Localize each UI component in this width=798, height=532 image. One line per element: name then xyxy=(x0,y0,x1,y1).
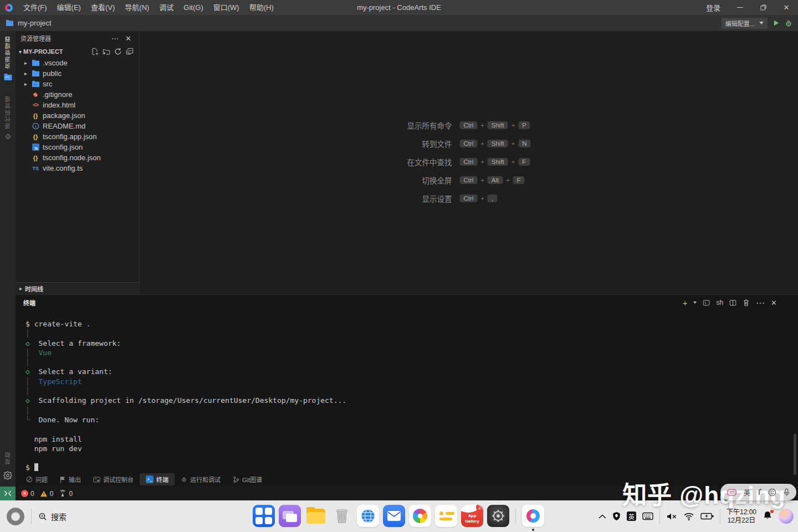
email-app-icon[interactable] xyxy=(383,505,405,527)
close-button[interactable]: ✕ xyxy=(775,0,798,15)
keyboard-icon[interactable] xyxy=(642,512,653,520)
tree-item-tsconfig[interactable]: ts tsconfig.json xyxy=(16,142,139,152)
explorer-folder-icon[interactable] xyxy=(3,73,13,81)
key-chip: P xyxy=(518,121,530,129)
source-control-icon[interactable] xyxy=(4,133,12,140)
more-actions-icon[interactable]: ⋯ xyxy=(756,298,765,308)
file-name: .vscode xyxy=(43,59,68,67)
debug-button[interactable] xyxy=(785,19,792,27)
problems-status[interactable]: ✕ 0 0 xyxy=(21,490,53,498)
sidebar-more-icon[interactable]: ⋯ xyxy=(108,34,122,43)
assistant-avatar[interactable] xyxy=(779,509,794,524)
collapse-all-icon[interactable] xyxy=(126,48,134,55)
ports-status[interactable]: 0 xyxy=(59,490,73,498)
microphone-icon[interactable] xyxy=(784,488,790,497)
key-chip: Shift xyxy=(488,158,508,166)
tree-item-viteconfig[interactable]: TS vite.config.ts xyxy=(16,163,139,173)
battery-charging-icon[interactable] xyxy=(700,513,714,520)
wifi-icon[interactable] xyxy=(683,512,694,521)
appgallery-label: AppGallery xyxy=(465,513,479,527)
tab-run-debug[interactable]: 运行和调试 xyxy=(175,473,227,485)
browser-app-icon[interactable] xyxy=(357,505,379,527)
menu-view[interactable]: 查看(V) xyxy=(86,0,120,15)
trash-app-icon[interactable] xyxy=(331,505,353,527)
editor-area[interactable]: 显示所有命令 Ctrl+ Shift+ P 转到文件 Ctrl+ Shift+ … xyxy=(140,31,798,294)
new-folder-icon[interactable] xyxy=(103,48,110,55)
multitask-app-icon[interactable] xyxy=(279,505,301,527)
refresh-icon[interactable] xyxy=(114,48,122,55)
input-language-icon[interactable]: 英 xyxy=(627,511,636,521)
launcher-button[interactable] xyxy=(7,508,24,525)
menu-git[interactable]: Git(G) xyxy=(178,0,208,15)
info-icon xyxy=(31,122,40,130)
tab-git-graph[interactable]: Git图谱 xyxy=(227,473,268,485)
sidebar-close-icon[interactable]: ✕ xyxy=(122,34,135,43)
ime-language-icon[interactable]: 英 xyxy=(744,488,750,497)
menu-navigate[interactable]: 导航(N) xyxy=(120,0,154,15)
activity-explorer-label[interactable]: 资源管理器 xyxy=(4,35,12,69)
codearts-taskbar-icon[interactable] xyxy=(522,505,544,527)
activity-scm-label[interactable]: 源代码管理 xyxy=(4,95,12,129)
taskbar-left: 搜索 xyxy=(7,500,66,532)
settings-gear-icon[interactable] xyxy=(3,471,12,480)
terminal-scrollbar[interactable] xyxy=(794,434,796,475)
ime-toolbar[interactable]: 英 xyxy=(720,484,796,500)
tree-item-gitignore[interactable]: .gitignore xyxy=(16,89,139,100)
close-panel-icon[interactable]: ✕ xyxy=(771,299,777,307)
taskbar-search[interactable]: 搜索 xyxy=(38,511,66,522)
tree-item-tsconfignode[interactable]: {} tsconfig.node.json xyxy=(16,152,139,163)
restore-button[interactable] xyxy=(751,0,775,15)
menu-help[interactable]: 帮助(H) xyxy=(244,0,279,15)
kill-terminal-icon[interactable] xyxy=(743,299,750,306)
volume-muted-icon[interactable] xyxy=(666,512,677,521)
remote-indicator[interactable] xyxy=(0,487,16,500)
tab-problems[interactable]: 问题 xyxy=(20,473,54,485)
activity-help-label[interactable]: 帮助 xyxy=(4,451,12,464)
notifications-button[interactable] xyxy=(763,510,773,523)
git-icon xyxy=(31,91,40,98)
tab-debug-console[interactable]: 调试控制台 xyxy=(87,473,140,485)
menu-file[interactable]: 文件(F) xyxy=(18,0,52,15)
notes-app-icon[interactable] xyxy=(435,505,457,527)
menu-window[interactable]: 窗口(W) xyxy=(208,0,244,15)
tree-item-readme[interactable]: README.md xyxy=(16,121,139,131)
project-section-row[interactable]: ▾ MY-PROJECT xyxy=(16,45,139,58)
launch-profile-icon[interactable] xyxy=(703,299,710,306)
minimize-button[interactable] xyxy=(728,0,751,15)
new-file-icon[interactable] xyxy=(91,48,99,55)
login-button[interactable]: 登录 xyxy=(698,2,728,13)
menu-debug[interactable]: 调试 xyxy=(154,0,178,15)
tree-item-tsconfigapp[interactable]: {} tsconfig.app.json xyxy=(16,131,139,142)
gallery-app-icon[interactable] xyxy=(409,505,431,527)
terminal-dropdown-icon[interactable] xyxy=(693,301,697,304)
tree-item-public[interactable]: ▸ public xyxy=(16,68,139,79)
tree-item-packagejson[interactable]: {} package.json xyxy=(16,110,139,121)
run-button[interactable] xyxy=(773,19,780,27)
tab-terminal[interactable]: >_ 终端 xyxy=(140,473,175,485)
split-terminal-icon[interactable] xyxy=(729,299,736,306)
plus-sign: + xyxy=(480,158,484,165)
tray-expand-icon[interactable] xyxy=(598,514,606,519)
tree-item-vscode[interactable]: ▸ .vscode xyxy=(16,58,139,68)
files-app-icon[interactable] xyxy=(305,505,327,527)
terminal-output[interactable]: $ create-vite . │ ◇ Select a framework: … xyxy=(25,319,781,473)
file-name: public xyxy=(43,69,62,78)
emoji-icon[interactable] xyxy=(768,488,776,497)
new-terminal-icon[interactable]: + xyxy=(683,299,688,307)
tree-item-src[interactable]: ▸ src xyxy=(16,79,139,89)
menu-edit[interactable]: 编辑(E) xyxy=(52,0,86,15)
app-launcher-icon[interactable] xyxy=(253,505,275,527)
shortcut-keys: Ctrl+ , xyxy=(459,195,530,202)
security-shield-icon[interactable] xyxy=(612,511,621,521)
run-config-dropdown[interactable]: 编辑配置... xyxy=(722,18,768,29)
project-breadcrumb[interactable]: my-project xyxy=(0,19,52,27)
warning-icon xyxy=(40,490,48,497)
divider xyxy=(31,509,32,524)
timeline-section[interactable]: ▸ 时间线 xyxy=(16,282,139,294)
text-cursor-icon xyxy=(757,488,761,496)
settings-app-icon[interactable] xyxy=(487,505,509,527)
tab-output[interactable]: 输出 xyxy=(54,473,87,485)
appgallery-app-icon[interactable]: AppGallery 26 xyxy=(461,505,483,527)
file-name: src xyxy=(43,80,52,88)
tree-item-indexhtml[interactable]: <> index.html xyxy=(16,100,139,110)
